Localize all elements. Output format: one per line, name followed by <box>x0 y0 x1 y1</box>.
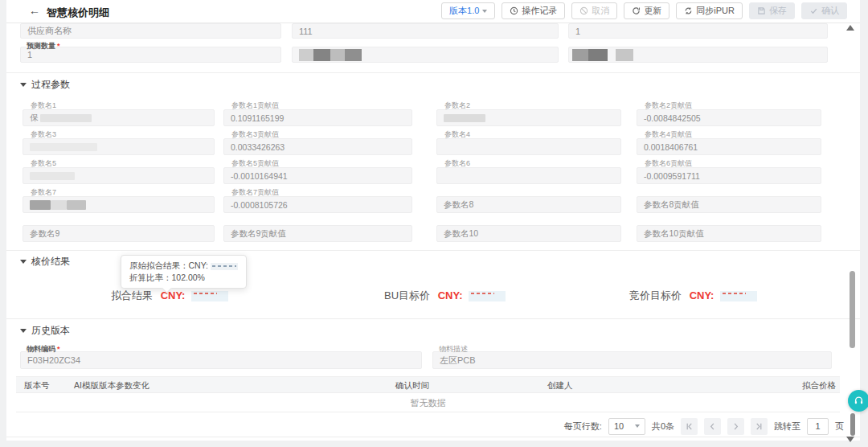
param8-contrib-field[interactable]: 参数名8贡献值 <box>637 196 821 213</box>
material-code-label: 物料编码* <box>27 344 60 355</box>
param4-contrib-field[interactable]: 0.0018406761 <box>637 138 821 155</box>
param6-field[interactable] <box>436 167 621 184</box>
version-dropdown[interactable]: 版本1.0 <box>441 2 495 19</box>
sync-ipur-button[interactable]: 同步iPUR <box>676 2 743 19</box>
update-button[interactable]: 更新 <box>624 2 669 19</box>
header-toolbar: 版本1.0 操作记录 取消 更新 同步iPUR 保存 确认 <box>441 2 847 19</box>
redaction-block <box>40 114 92 122</box>
param-label: 参数名5贡献值 <box>231 158 279 169</box>
next-page-button[interactable] <box>727 418 744 435</box>
update-label: 更新 <box>644 5 661 17</box>
param6-contrib-field[interactable]: -0.0009591711 <box>637 167 821 184</box>
first-page-button[interactable] <box>681 418 698 435</box>
total-count: 共0条 <box>652 420 674 433</box>
param7-contrib-field[interactable]: -0.0008105726 <box>223 196 412 213</box>
param2-field[interactable] <box>436 109 621 126</box>
page-title: 智慧核价明细 <box>47 6 109 20</box>
pagination: 每页行数: 10 共0条 跳转至 1 页 <box>564 417 844 435</box>
param1-field[interactable]: 保 <box>23 109 215 126</box>
redaction-block <box>330 49 345 61</box>
section-process-params[interactable]: 过程参数 <box>20 78 70 92</box>
divider <box>6 72 860 73</box>
supplier-code-field[interactable]: 111 <box>292 23 559 39</box>
confirm-button[interactable]: 确认 <box>801 2 847 19</box>
param10-field[interactable]: 参数名10 <box>436 225 621 242</box>
bid-target-item: 竞价目标价 CNY: <box>629 289 757 303</box>
version-label: 版本1.0 <box>449 5 479 17</box>
bu-target-item: BU目标价 CNY: <box>384 289 506 303</box>
param10-contrib-field[interactable]: 参数名10贡献值 <box>637 225 821 242</box>
param-value: -0.0084842505 <box>644 113 701 123</box>
section-history-version[interactable]: 历史版本 <box>20 324 70 338</box>
redaction-gap <box>608 49 616 61</box>
scrollbar-thumb-secondary[interactable] <box>850 413 855 436</box>
divider <box>6 318 860 319</box>
param-label: 参数名1 <box>31 100 56 111</box>
tooltip-line-2: 折算比率：102.00% <box>129 272 238 284</box>
supplier-name-field[interactable]: 供应商名称 <box>20 23 281 39</box>
param-value: -0.0010164941 <box>231 171 288 181</box>
customer-service-float-button[interactable] <box>848 390 868 412</box>
chevron-down-icon <box>482 10 487 13</box>
material-code-field[interactable]: F03H20ZC34 <box>20 351 422 369</box>
param3-contrib-field[interactable]: 0.0033426263 <box>223 138 412 155</box>
param-placeholder: 参数名10 <box>444 228 478 240</box>
param3-field[interactable] <box>23 138 215 155</box>
tooltip-line-1: 原始拟合结果：CNY: <box>129 260 238 272</box>
basic-redacted-field-2[interactable] <box>568 47 828 63</box>
bid-target-label: 竞价目标价 <box>629 289 682 301</box>
cancel-button[interactable]: 取消 <box>571 2 617 19</box>
param-label: 参数名6 <box>444 158 470 169</box>
param-value: 0.0033426263 <box>231 142 285 152</box>
param5-contrib-field[interactable]: -0.0010164941 <box>223 167 412 184</box>
basic-redacted-field-1[interactable] <box>292 47 559 63</box>
param-label: 参数名4 <box>444 129 470 140</box>
redacted-price <box>720 291 757 301</box>
basic-field-3[interactable]: 1 <box>568 23 828 39</box>
param1-contrib-field[interactable]: 0.1091165199 <box>223 109 412 126</box>
history-table-header: 版本号 AI模版版本参数变化 确认时间 创建人 拟合价格 <box>16 376 840 393</box>
fit-result-item: 拟合结果 CNY: <box>111 289 228 303</box>
param9-contrib-field[interactable]: 参数名9贡献值 <box>223 225 412 242</box>
scrollbar-thumb[interactable] <box>850 271 855 348</box>
save-icon <box>757 6 766 15</box>
required-marker: * <box>57 42 60 50</box>
confirm-label: 确认 <box>821 5 839 17</box>
last-page-button[interactable] <box>751 418 768 435</box>
col-fit-price: 拟合价格 <box>802 380 836 392</box>
first-page-icon <box>685 422 694 431</box>
table-bottom-border <box>16 412 840 412</box>
param2-contrib-field[interactable]: -0.0084842505 <box>637 109 821 126</box>
param7-field[interactable] <box>23 196 215 213</box>
operation-log-button[interactable]: 操作记录 <box>502 2 565 19</box>
param-label: 参数名2 <box>444 100 470 111</box>
prev-page-button[interactable] <box>704 418 721 435</box>
scrollbar-down-arrow[interactable] <box>846 437 854 442</box>
content-card <box>6 0 860 441</box>
section-title: 过程参数 <box>31 78 70 92</box>
param-label: 参数名5 <box>31 158 56 169</box>
collapse-caret-icon <box>20 260 27 264</box>
param8-field[interactable]: 参数名8 <box>436 196 621 213</box>
jump-page-input[interactable]: 1 <box>807 418 829 435</box>
operation-log-label: 操作记录 <box>522 5 557 17</box>
param-placeholder: 参数名9贡献值 <box>231 228 286 240</box>
param5-field[interactable] <box>23 167 215 184</box>
param4-field[interactable] <box>436 138 621 155</box>
param9-field[interactable]: 参数名9 <box>23 225 215 242</box>
redacted-price <box>191 291 228 301</box>
section-pricing-result[interactable]: 核价结果 <box>20 255 70 269</box>
material-desc-field[interactable]: 左区PCB <box>432 351 832 369</box>
rows-per-page-select[interactable]: 10 <box>608 418 645 435</box>
save-button[interactable]: 保存 <box>749 2 795 19</box>
param-label: 参数名2贡献值 <box>645 100 692 111</box>
back-arrow-icon[interactable]: ← <box>29 4 40 17</box>
section-title: 历史版本 <box>31 324 70 338</box>
scrollbar-up-arrow[interactable] <box>846 25 854 31</box>
basic-field-3-value: 1 <box>575 27 580 36</box>
redaction-block <box>30 200 51 210</box>
col-ai-template-changes: AI模版版本参数变化 <box>74 380 149 392</box>
param-value: -0.0008105726 <box>231 200 288 210</box>
param-label: 参数名7贡献值 <box>231 187 279 198</box>
param-label: 参数名7 <box>31 187 56 198</box>
